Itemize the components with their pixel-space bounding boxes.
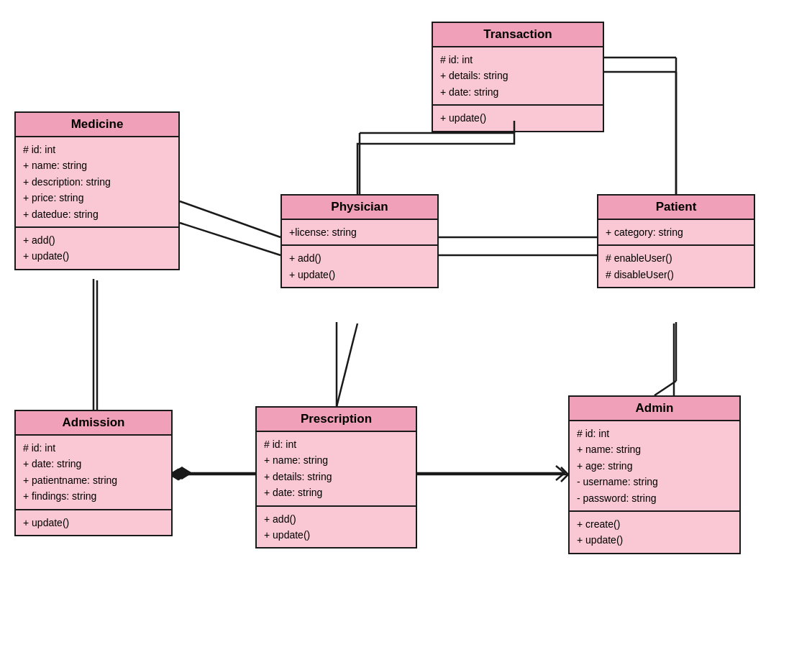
admin-methods: + create() + update() — [570, 512, 739, 553]
medicine-attributes: # id: int + name: string + description: … — [16, 137, 178, 228]
admin-attributes: # id: int + name: string + age: string -… — [570, 421, 739, 512]
admission-title: Admission — [16, 411, 171, 436]
transaction-methods: + update() — [433, 106, 603, 130]
patient-attributes: + category: string — [598, 220, 754, 246]
prescription-attributes: # id: int + name: string + details: stri… — [257, 432, 416, 507]
physician-methods: + add() + update() — [282, 246, 437, 287]
medicine-title: Medicine — [16, 113, 178, 137]
transaction-class: Transaction # id: int + details: string … — [432, 22, 604, 132]
admission-methods: + update() — [16, 510, 171, 535]
admin-class: Admin # id: int + name: string + age: st… — [568, 395, 741, 554]
admission-class: Admission # id: int + date: string + pat… — [14, 410, 173, 536]
transaction-title: Transaction — [433, 23, 603, 47]
transaction-attributes: # id: int + details: string + date: stri… — [433, 47, 603, 106]
svg-line-9 — [336, 324, 357, 410]
physician-title: Physician — [282, 196, 437, 220]
medicine-methods: + add() + update() — [16, 228, 178, 269]
svg-line-17 — [654, 381, 676, 395]
svg-marker-22 — [173, 467, 191, 479]
patient-methods: # enableUser() # disableUser() — [598, 246, 754, 287]
prescription-class: Prescription # id: int + name: string + … — [255, 406, 417, 549]
physician-attributes: +license: string — [282, 220, 437, 246]
physician-class: Physician +license: string + add() + upd… — [280, 194, 439, 288]
admin-title: Admin — [570, 397, 739, 421]
uml-diagram: Medicine # id: int + name: string + desc… — [0, 0, 812, 647]
svg-line-0 — [180, 223, 280, 255]
patient-class: Patient + category: string # enableUser(… — [597, 194, 755, 288]
svg-line-10 — [180, 201, 280, 237]
medicine-class: Medicine # id: int + name: string + desc… — [14, 111, 180, 270]
prescription-title: Prescription — [257, 408, 416, 432]
admission-attributes: # id: int + date: string + patientname: … — [16, 436, 171, 510]
patient-title: Patient — [598, 196, 754, 220]
prescription-methods: + add() + update() — [257, 507, 416, 548]
